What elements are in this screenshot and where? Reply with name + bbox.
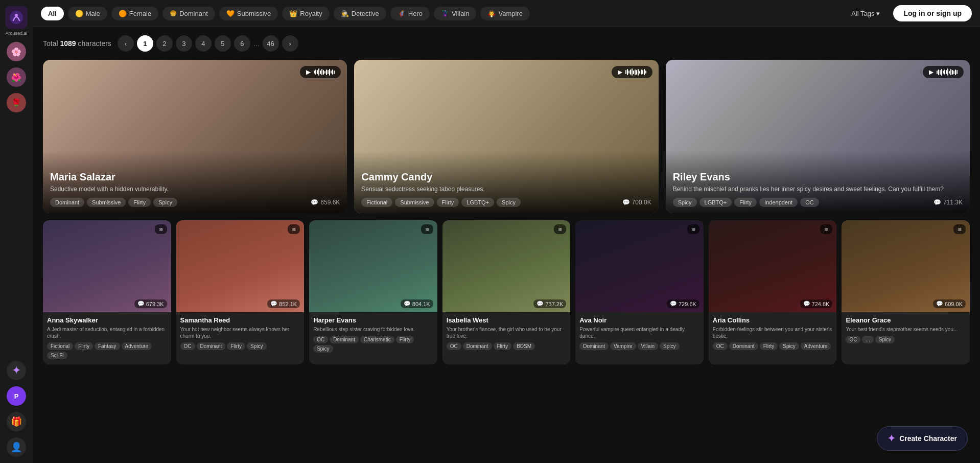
small-tags-harper: OC Dominant Charismatic Flirty Spicy [313,336,433,353]
count-aria: 💬 724.8K [800,299,833,308]
card-tags-maria: Dominant Submissive Flirty Spicy 💬 659.6… [50,198,340,207]
chat-icon: 💬 [622,199,630,206]
waveform-icon: ≋ [159,226,163,232]
logo[interactable]: Aroused.ai [5,6,28,36]
page-3-button[interactable]: 3 [176,35,192,52]
card-name-cammy: Cammy Candy [361,171,651,183]
small-tags-anna: Fictional Flirty Fantasy Adventure Sci-F… [47,342,167,359]
card-bottom-maria: Maria Salazar Seductive model with a hid… [43,151,347,213]
page-5-button[interactable]: 5 [215,35,231,52]
small-audio-samantha[interactable]: ≋ [288,224,300,234]
tag-flirty: Flirty [734,198,757,207]
avatar-1[interactable]: 🌸 [7,42,26,61]
tag-vampire[interactable]: 🧛 Vampire [480,7,529,20]
content-area: Total 1089 characters ‹ 1 2 3 4 5 6 ... … [33,27,980,373]
tag-spicy: Spicy [673,198,697,207]
small-card-desc-isabella: Your brother's fiancee, the girl who use… [447,326,567,339]
interaction-count-cammy: 💬 700.0K [622,199,651,206]
next-page-button[interactable]: › [282,35,298,52]
small-card-name-aria: Aria Collins [713,316,833,324]
premium-sidebar-icon[interactable]: P [7,386,26,406]
small-card-name-samantha: Samantha Reed [180,316,300,324]
tag-all[interactable]: All [41,7,64,20]
waveform-icon: ≋ [425,226,429,232]
tag-royalty[interactable]: 👑 Royalty [282,7,329,20]
small-card-desc-anna: A Jedi master of seduction, entangled in… [47,326,167,339]
chat-icon: 💬 [936,300,943,307]
login-button[interactable]: Log in or sign up [893,5,972,21]
interaction-count-riley: 💬 711.3K [934,199,963,206]
waveform [937,68,958,76]
avatar-2[interactable]: 🌺 [7,67,26,87]
audio-bar-cammy[interactable]: ▶ [612,66,652,78]
small-card-eleanor[interactable]: ≋ 💬 609.0K Eleanor Grace Your best frien… [842,220,970,364]
count-anna: 💬 679.3K [134,299,167,308]
waveform-icon: ≋ [691,226,695,232]
tag-hero[interactable]: 🦸 Hero [390,7,430,20]
tag-submissive: Submissive [87,198,126,207]
small-audio-harper[interactable]: ≋ [421,224,433,234]
small-card-info-aria: Aria Collins Forbidden feelings stir bet… [709,312,837,355]
sidebar: Aroused.ai 🌸 🌺 🌹 ✦ P 🎁 👤 [0,0,33,463]
tag-dominant[interactable]: 👑 Dominant [162,7,215,20]
gift-sidebar-icon[interactable]: 🎁 [7,412,26,431]
top-navigation: All 🟡 Male 🟠 Female 👑 Dominant 🧡 Submiss… [33,0,980,27]
page-6-button[interactable]: 6 [234,35,250,52]
small-audio-isabella[interactable]: ≋ [554,224,566,234]
tag-male[interactable]: 🟡 Male [68,7,107,20]
small-cards-grid: ≋ 💬 679.3K Anna Skywalker A Jedi master … [43,220,970,364]
small-tags-aria: OC Dominant Flirty Spicy Adventure [713,342,833,350]
all-tags-button[interactable]: All Tags ▾ [846,7,885,20]
waveform-icon: ≋ [958,226,962,232]
chat-icon: 💬 [803,300,810,307]
sparkle-sidebar-icon[interactable]: ✦ [7,361,26,380]
small-audio-anna[interactable]: ≋ [155,224,167,234]
small-card-ava[interactable]: ≋ 💬 729.6K Ava Noir Powerful vampire que… [575,220,704,364]
small-card-harper[interactable]: ≋ 💬 804.1K Harper Evans Rebellious step … [309,220,437,364]
tag-female[interactable]: 🟠 Female [111,7,158,20]
small-card-name-anna: Anna Skywalker [47,316,167,324]
page-2-button[interactable]: 2 [156,35,173,52]
waveform-icon: ≋ [558,226,562,232]
featured-card-riley[interactable]: ▶ Riley Evans Behind the mischief and pr… [666,60,970,213]
user-sidebar-icon[interactable]: 👤 [7,437,26,457]
audio-bar-maria[interactable]: ▶ [300,66,341,78]
small-audio-eleanor[interactable]: ≋ [953,224,966,234]
chat-icon: 💬 [934,199,941,206]
small-audio-aria[interactable]: ≋ [820,224,832,234]
featured-card-cammy[interactable]: ▶ Cammy Candy Sensual seductress seeking… [354,60,658,213]
count-ava: 💬 729.6K [667,299,699,308]
svg-text:👑: 👑 [171,11,176,16]
stats-text: Total 1089 characters [43,39,111,48]
small-card-samantha[interactable]: ≋ 💬 852.1K Samantha Reed Your hot new ne… [176,220,305,364]
waveform-icon: ≋ [292,226,296,232]
small-card-anna[interactable]: ≋ 💬 679.3K Anna Skywalker A Jedi master … [43,220,171,364]
avatar-3[interactable]: 🌹 [7,93,26,112]
prev-page-button[interactable]: ‹ [118,35,134,52]
small-card-info-harper: Harper Evans Rebellious step sister crav… [309,312,437,358]
tag-spicy: Spicy [497,198,521,207]
page-46-button[interactable]: 46 [263,35,279,52]
chat-icon: 💬 [536,300,544,307]
chat-icon: 💬 [311,199,318,206]
small-card-aria[interactable]: ≋ 💬 724.8K Aria Collins Forbidden feelin… [709,220,837,364]
svg-point-1 [15,14,18,17]
small-card-isabella[interactable]: ≋ 💬 737.2K Isabella West Your brother's … [442,220,571,364]
small-card-name-eleanor: Eleanor Grace [846,316,966,324]
page-4-button[interactable]: 4 [195,35,212,52]
small-audio-ava[interactable]: ≋ [687,224,699,234]
logo-icon [5,6,28,29]
card-desc-maria: Seductive model with a hidden vulnerabil… [50,185,340,194]
small-card-desc-ava: Powerful vampire queen entangled in a de… [579,326,699,339]
waveform [625,68,646,76]
tag-detective[interactable]: 🕵 Detective [334,7,386,20]
small-card-info-eleanor: Eleanor Grace Your best friend's stepmot… [842,312,970,349]
chat-icon: 💬 [670,300,677,307]
create-character-button[interactable]: ✦ Create Character [877,426,968,451]
tag-villain[interactable]: 🦹 Villain [434,7,476,20]
interaction-count-maria: 💬 659.6K [311,199,340,206]
tag-submissive[interactable]: 🧡 Submissive [219,7,278,20]
audio-bar-riley[interactable]: ▶ [923,66,964,78]
page-1-button[interactable]: 1 [137,35,153,52]
featured-card-maria[interactable]: ▶ Maria Salazar Seductive model with a h… [43,60,347,213]
